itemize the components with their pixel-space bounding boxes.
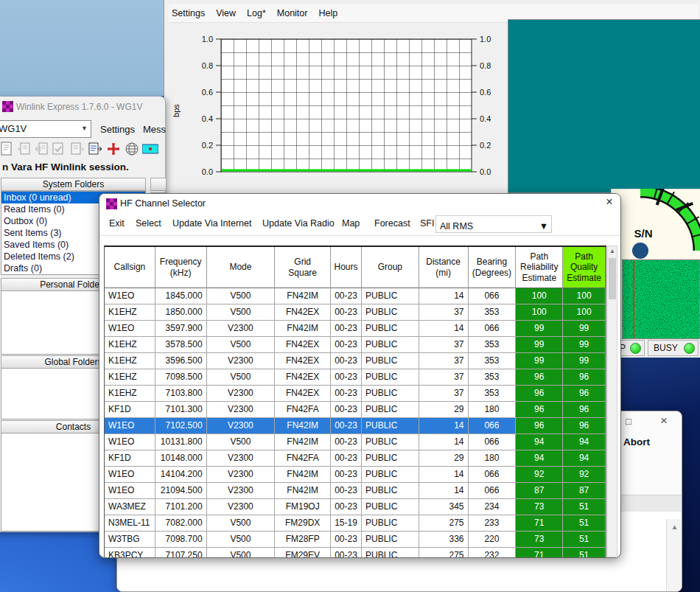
table-cell: FN42IM	[275, 418, 331, 434]
hf-menu-item-exit[interactable]: Exit	[109, 218, 125, 229]
table-cell: 99	[516, 337, 563, 353]
column-header[interactable]: Mode	[207, 247, 276, 288]
callsign-select[interactable]: WG1V ▼	[0, 120, 91, 138]
table-row[interactable]: W1EO10131.800V500FN42IM00-23PUBLIC140669…	[105, 434, 606, 450]
column-header[interactable]: Frequency (kHz)	[155, 247, 207, 288]
table-cell: 10148.000	[155, 450, 207, 467]
table-row[interactable]: W1EO7102.500V2300FN42IM00-23PUBLIC140669…	[105, 418, 606, 434]
hf-menu-item-select[interactable]: Select	[136, 218, 161, 229]
internet-globe-icon[interactable]	[125, 142, 139, 156]
table-row[interactable]: W1EO3597.900V2300FN42IM00-23PUBLIC140669…	[105, 321, 606, 337]
table-cell: 00-23	[331, 532, 362, 548]
hf-menu-item-forecast[interactable]: Forecast	[374, 218, 410, 229]
table-cell: 87	[563, 483, 606, 499]
table-cell: 37	[419, 304, 469, 321]
new-message-icon[interactable]	[0, 142, 14, 156]
scroll-up-icon[interactable]: ▲	[608, 246, 617, 257]
table-cell: 353	[469, 337, 517, 353]
close-icon[interactable]: ×	[660, 414, 668, 428]
table-row[interactable]: W1EO1845.000V500FN42IM00-23PUBLIC1406610…	[105, 288, 606, 304]
move-message-icon[interactable]	[88, 142, 102, 156]
svg-text:0.0: 0.0	[480, 167, 491, 176]
table-cell: 00-23	[331, 288, 362, 304]
winlink-menu-item-settings[interactable]: Settings	[100, 124, 135, 135]
table-cell: 275	[419, 548, 469, 558]
hf-menu-item-sfi[interactable]: SFI	[420, 218, 434, 229]
maximize-icon[interactable]: □	[626, 416, 631, 427]
table-cell: 00-23	[331, 450, 362, 467]
table-row[interactable]: K1EHZ3596.500V2300FN42EX00-23PUBLIC37353…	[105, 353, 606, 369]
table-row[interactable]: W1EO21094.500V2300FN42IM00-23PUBLIC14066…	[105, 483, 606, 499]
table-cell: 7107.250	[155, 548, 207, 558]
table-cell: V2300	[207, 499, 276, 515]
winlink-menu-item-mess[interactable]: Mess	[143, 124, 166, 135]
session-scrollbar[interactable]: ▲	[666, 519, 682, 592]
table-row[interactable]: KB3PCY7107.250V500FM29EV00-23PUBLIC27523…	[105, 548, 606, 558]
vara-menu-item-help[interactable]: Help	[318, 8, 337, 18]
vara-menu-item-log[interactable]: Log*	[247, 8, 266, 18]
table-cell: 21094.500	[155, 483, 207, 499]
hf-channel-selector-window: HF Channel Selector × All RMS ▼ ExitSele…	[99, 193, 621, 558]
gauge-needle-hub	[632, 243, 648, 259]
reply-icon[interactable]	[17, 142, 32, 156]
abort-button[interactable]: Abort	[623, 436, 650, 448]
table-cell: FN42EX	[275, 304, 331, 321]
table-cell: 00-23	[331, 499, 362, 515]
waterfall-noise	[622, 260, 700, 339]
channel-table: CallsignFrequency (kHz)ModeGrid SquareHo…	[104, 245, 606, 558]
table-cell: V500	[207, 515, 276, 532]
hf-menu-item-map[interactable]: Map	[342, 218, 360, 229]
table-row[interactable]: KF1D10148.000V2300FN42FA00-23PUBLIC29180…	[105, 450, 606, 467]
column-header[interactable]: Grid Square	[275, 247, 331, 288]
column-header[interactable]: Path Quality Estimate	[563, 247, 606, 288]
table-row[interactable]: K1EHZ7098.500V500FN42EX00-23PUBLIC373539…	[105, 369, 606, 386]
table-cell: PUBLIC	[362, 337, 419, 353]
table-row[interactable]: K1EHZ7103.800V2300FN42EX00-23PUBLIC37353…	[105, 386, 606, 402]
table-row[interactable]: W3TBG7098.700V500FM28FP00-23PUBLIC336220…	[105, 532, 606, 548]
vara-menu-item-monitor[interactable]: Monitor	[277, 8, 308, 18]
table-cell: FN42IM	[275, 321, 331, 337]
rms-filter-select[interactable]: All RMS ▼	[435, 215, 552, 233]
vara-menu-item-view[interactable]: View	[216, 8, 236, 18]
column-header[interactable]: Distance (mi)	[419, 247, 469, 288]
session-status-text: n Vara HF Winlink session.	[2, 161, 129, 173]
table-row[interactable]: W1EO14104.200V2300FN42IM00-23PUBLIC14066…	[105, 467, 606, 483]
column-header[interactable]: Path Reliability Estimate	[516, 247, 563, 288]
table-cell: KF1D	[105, 402, 155, 418]
table-cell: K1EHZ	[105, 386, 155, 402]
section-header-system-folders[interactable]: System Folders	[1, 178, 146, 191]
table-row[interactable]: KF1D7101.300V2300FN42FA00-23PUBLIC291809…	[105, 402, 606, 418]
table-scrollbar[interactable]: ▲	[607, 245, 617, 557]
table-cell: 14	[419, 467, 469, 483]
table-cell: 100	[563, 288, 606, 304]
hf-menu-item-update-via-internet[interactable]: Update Via Internet	[172, 218, 251, 229]
reply-all-icon[interactable]	[35, 142, 49, 156]
forward-icon[interactable]	[70, 142, 85, 156]
table-row[interactable]: WA3MEZ7101.200V2300FM19OJ00-23PUBLIC3452…	[105, 499, 606, 515]
hf-menu-item-update-via-radio[interactable]: Update Via Radio	[262, 218, 335, 229]
scroll-up-icon[interactable]: ▲	[671, 523, 679, 531]
scroll-thumb[interactable]	[609, 258, 616, 299]
table-cell: V500	[207, 532, 276, 548]
svg-text:1.0: 1.0	[202, 35, 213, 43]
table-row[interactable]: K1EHZ1850.000V500FN42EX00-23PUBLIC373531…	[105, 304, 606, 321]
table-cell: 00-23	[331, 434, 362, 450]
table-cell: 7098.500	[155, 369, 207, 386]
rms-channel-icon[interactable]	[142, 142, 158, 156]
column-header[interactable]: Bearing (Degrees)	[469, 247, 517, 288]
vara-menu-item-settings[interactable]: Settings	[172, 8, 205, 18]
table-cell: K1EHZ	[105, 369, 155, 386]
table-row[interactable]: N3MEL-117082.000V500FM29DX15-19PUBLIC275…	[105, 515, 606, 532]
column-header[interactable]: Group	[362, 247, 419, 288]
table-cell: FN42EX	[275, 369, 331, 386]
close-icon[interactable]: ×	[601, 195, 618, 212]
table-cell: 73	[516, 499, 563, 515]
accept-icon[interactable]	[51, 142, 66, 156]
column-header[interactable]: Hours	[331, 247, 362, 288]
table-cell: PUBLIC	[362, 434, 419, 450]
busy-indicator: BUSY	[648, 340, 699, 356]
delete-cross-icon[interactable]	[106, 142, 121, 156]
column-header[interactable]: Callsign	[105, 247, 155, 288]
table-row[interactable]: K1EHZ3578.500V500FN42EX00-23PUBLIC373539…	[105, 337, 606, 353]
table-cell: 336	[419, 532, 469, 548]
